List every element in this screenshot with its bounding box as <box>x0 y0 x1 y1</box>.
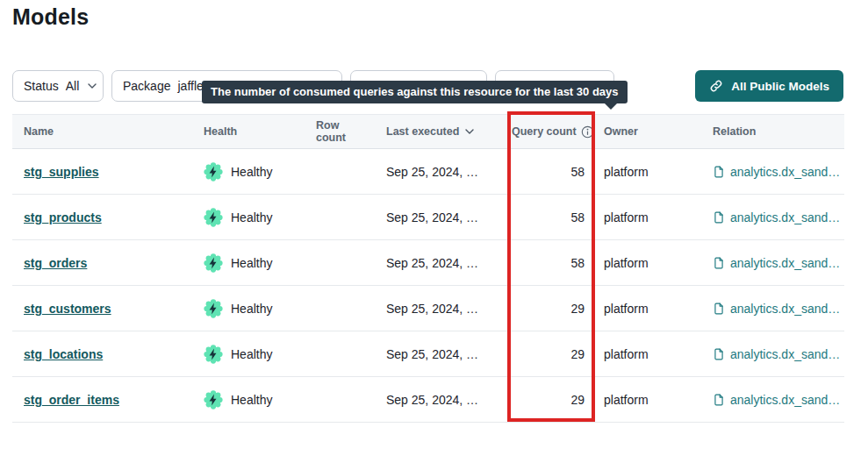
owner-value: platform <box>597 302 706 316</box>
query-count-value: 58 <box>504 210 597 224</box>
status-filter-label: Status <box>24 79 59 93</box>
table-row: stg_locations Healthy Sep 25, 2024, … 29… <box>12 331 844 377</box>
column-header-query-count-label: Query count <box>512 125 577 138</box>
query-count-value: 29 <box>504 302 597 316</box>
relation-link[interactable]: analytics.dx_sand… <box>730 210 840 224</box>
relation-link[interactable]: analytics.dx_sand… <box>730 393 840 407</box>
health-status-label: Healthy <box>231 302 272 316</box>
last-executed-value: Sep 25, 2024, … <box>381 347 504 361</box>
owner-value: platform <box>597 347 706 361</box>
column-header-query-count: Query count <box>504 125 597 139</box>
query-count-value: 58 <box>504 256 597 270</box>
column-header-last-executed-label: Last executed <box>386 125 459 138</box>
models-page: Models Status All Package jaffle_ All Pu… <box>0 0 868 470</box>
column-header-relation: Relation <box>706 125 844 138</box>
table-row: stg_products Healthy Sep 25, 2024, … 58 … <box>12 195 844 240</box>
owner-value: platform <box>597 210 706 224</box>
document-icon <box>713 302 725 316</box>
table-row: stg_customers Healthy Sep 25, 2024, … 29… <box>12 286 844 331</box>
health-status-label: Healthy <box>231 165 272 179</box>
relation-link[interactable]: analytics.dx_sand… <box>730 256 840 270</box>
health-status-label: Healthy <box>231 210 272 224</box>
info-icon[interactable] <box>581 125 594 139</box>
model-name-link[interactable]: stg_supplies <box>24 165 99 179</box>
health-bolt-icon <box>204 208 223 227</box>
relation-link[interactable]: analytics.dx_sand… <box>730 165 840 179</box>
document-icon <box>713 347 725 361</box>
query-count-tooltip: The number of consumed queries against t… <box>202 81 628 103</box>
model-name-link[interactable]: stg_products <box>24 210 102 224</box>
relation-link[interactable]: analytics.dx_sand… <box>730 347 840 361</box>
column-header-name: Name <box>12 125 204 138</box>
health-status-label: Healthy <box>231 393 272 407</box>
document-icon <box>713 210 725 224</box>
last-executed-value: Sep 25, 2024, … <box>381 210 504 224</box>
sort-chevron-icon <box>465 129 474 134</box>
owner-value: platform <box>597 165 706 179</box>
model-name-link[interactable]: stg_orders <box>24 256 87 270</box>
query-count-value: 58 <box>504 165 597 179</box>
status-filter-dropdown[interactable]: Status All <box>12 70 104 102</box>
health-bolt-icon <box>204 390 223 409</box>
all-public-models-button[interactable]: All Public Models <box>695 70 843 102</box>
last-executed-value: Sep 25, 2024, … <box>381 302 504 316</box>
column-header-row-count: Row count <box>316 119 381 144</box>
model-name-link[interactable]: stg_customers <box>24 302 111 316</box>
table-row: stg_supplies Healthy Sep 25, 2024, … 58 … <box>12 149 844 195</box>
chevron-down-icon <box>88 83 97 89</box>
health-status-label: Healthy <box>231 256 272 270</box>
model-name-link[interactable]: stg_order_items <box>24 393 119 407</box>
package-filter-label: Package <box>123 79 170 93</box>
table-header-row: Name Health Row count Last executed Quer… <box>12 114 844 149</box>
document-icon <box>713 256 725 270</box>
last-executed-value: Sep 25, 2024, … <box>381 393 504 407</box>
column-header-health: Health <box>204 125 316 138</box>
health-status-label: Healthy <box>231 347 272 361</box>
table-row: stg_order_items Healthy Sep 25, 2024, … … <box>12 377 844 423</box>
health-bolt-icon <box>204 253 223 273</box>
page-title: Models <box>12 4 89 30</box>
health-bolt-icon <box>204 162 223 182</box>
query-count-value: 29 <box>504 347 597 361</box>
model-name-link[interactable]: stg_locations <box>24 347 103 361</box>
health-bolt-icon <box>204 345 223 364</box>
last-executed-value: Sep 25, 2024, … <box>381 256 504 270</box>
owner-value: platform <box>597 256 706 270</box>
column-header-owner: Owner <box>597 125 706 138</box>
owner-value: platform <box>597 393 706 407</box>
table-row: stg_orders Healthy Sep 25, 2024, … 58 pl… <box>12 240 844 286</box>
document-icon <box>713 165 725 179</box>
relation-link[interactable]: analytics.dx_sand… <box>730 302 840 316</box>
link-icon <box>709 79 723 93</box>
status-filter-value: All <box>66 79 80 93</box>
models-table: Name Health Row count Last executed Quer… <box>12 114 844 423</box>
column-header-last-executed[interactable]: Last executed <box>381 125 504 138</box>
document-icon <box>713 393 725 407</box>
all-public-models-label: All Public Models <box>731 80 829 93</box>
last-executed-value: Sep 25, 2024, … <box>381 165 504 179</box>
query-count-value: 29 <box>504 393 597 407</box>
health-bolt-icon <box>204 299 223 318</box>
